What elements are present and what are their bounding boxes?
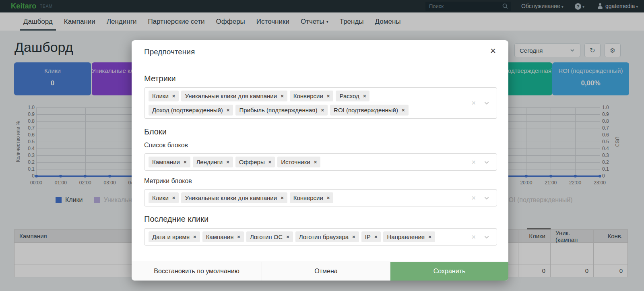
clear-select-icon[interactable]: × [471, 233, 476, 241]
tag-remove-icon[interactable]: × [314, 159, 317, 165]
tag-remove-icon[interactable]: × [268, 159, 272, 165]
tag-remove-icon[interactable]: × [402, 107, 405, 113]
tag-label: IP [365, 233, 371, 240]
tag-IP[interactable]: IP× [361, 231, 381, 242]
tag-remove-icon[interactable]: × [327, 93, 330, 99]
tag-label: Источники [281, 159, 310, 165]
tag-remove-icon[interactable]: × [281, 195, 284, 200]
tag-remove-icon[interactable]: × [352, 234, 355, 239]
tag-remove-icon[interactable]: × [226, 159, 229, 165]
tag-label: Направление [387, 233, 425, 240]
tag-Уникальные клики для кампании[interactable]: Уникальные клики для кампании× [181, 91, 287, 101]
tag-label: Уникальные клики для кампании [185, 93, 277, 99]
blocks-heading: Блоки [144, 127, 167, 136]
close-icon[interactable]: ✕ [490, 47, 496, 55]
tag-label: Лендинги [196, 159, 223, 165]
tag-label: Конверсии [293, 194, 323, 201]
tag-label: Офферы [239, 159, 265, 165]
modal-title: Предпочтения [144, 47, 195, 56]
tag-remove-icon[interactable]: × [363, 93, 366, 99]
tag-remove-icon[interactable]: × [428, 234, 431, 239]
tag-remove-icon[interactable]: × [327, 195, 330, 200]
clear-select-icon[interactable]: × [471, 194, 476, 202]
last-clicks-multiselect[interactable]: Дата и время×Кампания×Логотип ОС×Логотип… [144, 228, 497, 246]
tag-Прибыль (подтвержденная)[interactable]: Прибыль (подтвержденная)× [235, 105, 328, 116]
tag-Офферы[interactable]: Офферы× [235, 157, 275, 167]
tag-Клики[interactable]: Клики× [149, 91, 179, 101]
tag-remove-icon[interactable]: × [184, 159, 187, 165]
tag-row: Клики×Уникальные клики для кампании×Конв… [149, 91, 460, 101]
block-list-multiselect[interactable]: Кампании×Лендинги×Офферы×Источники×× [144, 153, 497, 171]
last-clicks-heading: Последние клики [144, 215, 208, 224]
tag-label: Клики [152, 93, 169, 99]
tag-remove-icon[interactable]: × [321, 107, 324, 113]
tag-row: Дата и время×Кампания×Логотип ОС×Логотип… [149, 231, 460, 242]
tag-row: Клики×Уникальные клики для кампании×Конв… [149, 192, 460, 203]
tag-label: Конверсии [293, 93, 323, 99]
tag-label: Уникальные клики для кампании [185, 194, 277, 201]
tag-remove-icon[interactable]: × [193, 234, 196, 239]
tag-label: ROI (подтвержденный) [334, 107, 398, 114]
tag-Конверсии[interactable]: Конверсии× [290, 192, 334, 203]
tag-remove-icon[interactable]: × [237, 234, 240, 239]
tag-label: Прибыль (подтвержденная) [239, 107, 317, 114]
modal-header: Предпочтения ✕ [132, 40, 508, 63]
chevron-down-icon[interactable] [484, 234, 489, 240]
tag-Логотип браузера[interactable]: Логотип браузера× [295, 231, 359, 242]
chevron-down-icon[interactable] [484, 195, 489, 201]
tag-remove-icon[interactable]: × [227, 107, 230, 113]
clear-select-icon[interactable]: × [471, 99, 476, 107]
tag-label: Дата и время [152, 233, 190, 240]
tag-label: Расход [339, 93, 359, 99]
tag-Кампании[interactable]: Кампании× [149, 157, 190, 167]
block-list-label: Список блоков [144, 142, 188, 149]
tag-Расход[interactable]: Расход× [336, 91, 369, 101]
tag-Конверсии[interactable]: Конверсии× [290, 91, 334, 101]
tag-Направление[interactable]: Направление× [383, 231, 435, 242]
metrics-heading: Метрики [144, 74, 176, 83]
chevron-down-icon[interactable] [484, 100, 489, 106]
tag-Лендинги[interactable]: Лендинги× [193, 157, 233, 167]
tag-remove-icon[interactable]: × [172, 195, 175, 200]
clear-select-icon[interactable]: × [471, 158, 476, 166]
tag-row: Доход (подтвержденный)×Прибыль (подтверж… [149, 105, 460, 116]
tag-ROI (подтвержденный)[interactable]: ROI (подтвержденный)× [330, 105, 409, 116]
tag-label: Логотип ОС [250, 233, 283, 240]
tag-remove-icon[interactable]: × [286, 234, 289, 239]
tag-remove-icon[interactable]: × [281, 93, 284, 99]
tag-remove-icon[interactable]: × [172, 93, 175, 99]
tag-row: Кампании×Лендинги×Офферы×Источники× [149, 157, 460, 167]
tag-label: Логотип браузера [299, 233, 349, 240]
metrics-multiselect[interactable]: Клики×Уникальные клики для кампании×Конв… [144, 87, 497, 119]
block-metrics-label: Метрики блоков [144, 177, 192, 185]
tag-Доход (подтвержденный)[interactable]: Доход (подтвержденный)× [149, 105, 233, 116]
tag-Дата и время[interactable]: Дата и время× [149, 231, 200, 242]
tag-label: Клики [152, 194, 169, 201]
tag-Уникальные клики для кампании[interactable]: Уникальные клики для кампании× [181, 192, 287, 203]
cancel-button[interactable]: Отмена [262, 262, 390, 281]
chevron-down-icon[interactable] [484, 159, 489, 165]
tag-label: Доход (подтвержденный) [152, 107, 223, 114]
tag-remove-icon[interactable]: × [374, 234, 378, 239]
tag-Источники[interactable]: Источники× [277, 157, 320, 167]
save-button[interactable]: Сохранить [390, 262, 508, 281]
preferences-modal: Предпочтения ✕ Метрики Клики×Уникальные … [132, 40, 508, 281]
tag-Логотип ОС[interactable]: Логотип ОС× [246, 231, 293, 242]
modal-footer: Восстановить по умолчанию Отмена Сохрани… [132, 262, 508, 281]
restore-defaults-button[interactable]: Восстановить по умолчанию [132, 262, 262, 281]
block-metrics-multiselect[interactable]: Клики×Уникальные клики для кампании×Конв… [144, 189, 497, 206]
tag-label: Кампании [152, 159, 180, 165]
tag-Кампания[interactable]: Кампания× [202, 231, 244, 242]
tag-label: Кампания [206, 233, 234, 240]
tag-Клики[interactable]: Клики× [149, 192, 179, 203]
